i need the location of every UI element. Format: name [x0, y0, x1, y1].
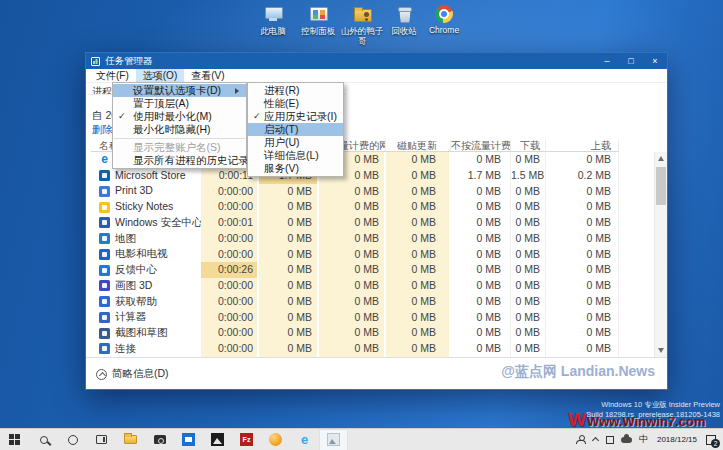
table-row[interactable]: 计算器0:00:000 MB0 MB0 MB0 MB0 MB0 MB: [91, 310, 651, 326]
value-cell: 0 MB: [511, 152, 546, 168]
table-row[interactable]: 反馈中心0:00:260 MB0 MB0 MB0 MB0 MB0 MB: [91, 262, 651, 278]
app-icon: [99, 202, 110, 213]
menu-item[interactable]: 启动(T): [248, 123, 343, 136]
menu-item[interactable]: 详细信息(L): [248, 149, 343, 162]
internet-explorer-button[interactable]: e: [290, 429, 319, 450]
photos-app-button[interactable]: [203, 429, 232, 450]
desktop-icon-user-folder[interactable]: 山外的鸭子哥: [339, 4, 385, 46]
value-cell: 0 MB: [451, 341, 511, 357]
menu-item[interactable]: 进程(R): [248, 84, 343, 97]
maximize-button[interactable]: □: [619, 53, 643, 69]
value-cell: 0 MB: [386, 247, 451, 263]
desktop-icon-this-pc[interactable]: 此电脑: [250, 4, 296, 36]
menu-item[interactable]: 服务(V): [248, 162, 343, 175]
value-cell: 0 MB: [386, 278, 451, 294]
value-cell: 0 MB: [511, 325, 546, 341]
app-icon: [99, 249, 110, 260]
people-icon[interactable]: [576, 435, 585, 444]
column-header[interactable]: 磁贴更新: [386, 139, 451, 151]
search-button[interactable]: [29, 429, 58, 450]
hidden-icons-chevron-icon[interactable]: [592, 436, 599, 443]
value-cell: 0 MB: [319, 262, 386, 278]
desktop-icon-label: 此电脑: [250, 26, 296, 36]
app-icon: [99, 217, 110, 228]
cortana-button[interactable]: [58, 429, 87, 450]
column-header[interactable]: 上载: [546, 139, 619, 151]
value-cell: 0 MB: [451, 325, 511, 341]
value-cell: 0:00:01: [201, 215, 259, 231]
value-cell: 1.7 MB: [451, 168, 511, 184]
menu-item[interactable]: 显示所有进程的历史记录(P): [113, 154, 246, 167]
value-cell: 0 MB: [511, 247, 546, 263]
value-cell: 0 MB: [319, 184, 386, 200]
value-cell: 0 MB: [451, 184, 511, 200]
ime-indicator[interactable]: 中: [639, 433, 648, 446]
menu-item[interactable]: 用户(U): [248, 136, 343, 149]
column-header[interactable]: 不按流量计费...: [451, 139, 511, 151]
app-icon: e: [99, 154, 110, 165]
menu-item[interactable]: 置于顶层(A): [113, 97, 246, 110]
value-cell: 0 MB: [451, 231, 511, 247]
table-row[interactable]: 电影和电视0:00:000 MB0 MB0 MB0 MB0 MB0 MB: [91, 247, 651, 263]
value-cell: 0 MB: [386, 341, 451, 357]
app-name: Sticky Notes: [115, 199, 173, 215]
menu-item-label: 显示所有进程的历史记录(P): [133, 154, 263, 166]
desktop-icon-chrome[interactable]: Chrome: [421, 4, 467, 35]
start-button[interactable]: [0, 429, 29, 450]
app-name-cell: 连接: [91, 341, 201, 357]
table-row[interactable]: 地图0:00:000 MB0 MB0 MB0 MB0 MB0 MB: [91, 231, 651, 247]
table-row[interactable]: 连接0:00:000 MB0 MB0 MB0 MB0 MB0 MB: [91, 341, 651, 357]
user-folder-icon: [352, 4, 372, 24]
clock-date[interactable]: 2018/12/15: [655, 435, 699, 444]
app-name: 地图: [115, 231, 136, 247]
table-row[interactable]: Print 3D0:00:000 MB0 MB0 MB0 MB0 MB0 MB: [91, 184, 651, 200]
scroll-up-icon[interactable]: [658, 156, 664, 161]
table-row[interactable]: 画图 3D0:00:000 MB0 MB0 MB0 MB0 MB0 MB: [91, 278, 651, 294]
value-cell: 0 MB: [259, 231, 319, 247]
fewer-details-button[interactable]: 简略信息(D): [96, 367, 169, 381]
table-row[interactable]: Sticky Notes0:00:000 MB0 MB0 MB0 MB0 MB0…: [91, 199, 651, 215]
value-cell: 0 MB: [511, 341, 546, 357]
table-row[interactable]: Windows 安全中心0:00:010 MB0 MB0 MB0 MB0 MB0…: [91, 215, 651, 231]
minimize-button[interactable]: –: [595, 53, 619, 69]
onedrive-cloud-icon[interactable]: [621, 437, 632, 443]
default-tab-submenu: 进程(R)性能(E)✓应用历史记录(I)启动(T)用户(U)详细信息(L)服务(…: [247, 82, 344, 177]
value-cell: 0 MB: [259, 341, 319, 357]
value-cell: 0 MB: [259, 184, 319, 200]
value-cell: 0:00:00: [201, 184, 259, 200]
filezilla-icon: Fz: [240, 433, 253, 446]
app-name-cell: 电影和电视: [91, 247, 201, 263]
value-cell: 0:00:00: [201, 231, 259, 247]
value-cell: 0 MB: [546, 152, 619, 168]
menu-item[interactable]: ✓应用历史记录(I): [248, 110, 343, 123]
menu-item-label: 服务(V): [264, 162, 299, 174]
tray-app-icon[interactable]: [606, 436, 614, 444]
action-center-icon[interactable]: 2: [706, 435, 716, 445]
orange-app-button[interactable]: [261, 429, 290, 450]
menu-item[interactable]: 设置默认选项卡(D): [113, 84, 246, 97]
scroll-down-icon[interactable]: [658, 348, 664, 353]
value-cell: 0:00:00: [201, 278, 259, 294]
value-cell: 0 MB: [259, 294, 319, 310]
desktop-icon-control-panel[interactable]: 控制面板: [295, 4, 341, 36]
scrollbar-thumb[interactable]: [656, 167, 666, 205]
table-row[interactable]: Microsoft Store0:00:111.7 MB0 MB0 MB1.7 …: [91, 168, 651, 184]
fewer-details-label: 简略信息(D): [112, 367, 169, 381]
vertical-scrollbar[interactable]: [654, 152, 667, 357]
task-view-button[interactable]: [87, 429, 116, 450]
menu-item[interactable]: ✓使用时最小化(M): [113, 110, 246, 123]
image-viewer-active-button[interactable]: [319, 429, 348, 450]
title-bar[interactable]: 任务管理器 – □ ×: [86, 53, 667, 69]
menu-item[interactable]: 显示完整账户名(S): [113, 141, 246, 154]
movies-app-button[interactable]: [174, 429, 203, 450]
camera-app-button[interactable]: [145, 429, 174, 450]
table-row[interactable]: 获取帮助0:00:000 MB0 MB0 MB0 MB0 MB0 MB: [91, 294, 651, 310]
menu-item[interactable]: 性能(E): [248, 97, 343, 110]
menu-item[interactable]: 最小化时隐藏(H): [113, 123, 246, 136]
close-button[interactable]: ×: [643, 53, 667, 69]
value-cell: 0 MB: [546, 310, 619, 326]
table-row[interactable]: 截图和草图0:00:000 MB0 MB0 MB0 MB0 MB0 MB: [91, 325, 651, 341]
column-header[interactable]: 下载: [511, 139, 546, 151]
file-explorer-button[interactable]: [116, 429, 145, 450]
filezilla-button[interactable]: Fz: [232, 429, 261, 450]
